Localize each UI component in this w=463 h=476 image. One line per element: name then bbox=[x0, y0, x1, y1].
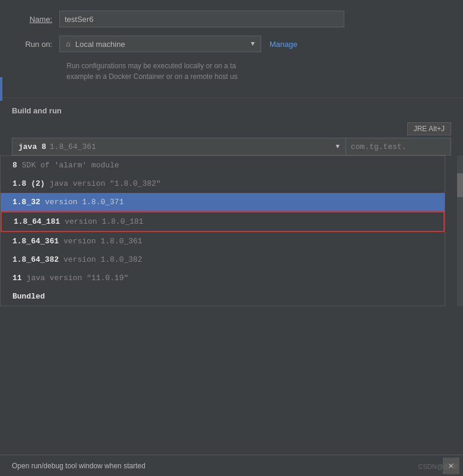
item-bold: Bundled bbox=[12, 292, 45, 301]
name-label: Name: bbox=[12, 15, 59, 24]
list-item[interactable]: 11 java version "11.0.19" bbox=[1, 269, 445, 287]
jre-button-row: JRE Alt+J bbox=[12, 122, 451, 135]
dropdown-list-container: 8 SDK of 'alarm' module 1.8 (2) java ver… bbox=[0, 156, 463, 306]
item-bold: 11 bbox=[12, 274, 22, 283]
jre-button[interactable]: JRE Alt+J bbox=[407, 122, 451, 135]
class-input[interactable] bbox=[346, 138, 451, 156]
divider bbox=[0, 97, 463, 98]
java-chevron-icon: ▼ bbox=[335, 143, 340, 150]
name-input[interactable] bbox=[59, 11, 344, 27]
build-run-section: Build and run JRE Alt+J java 8 1.8_64_36… bbox=[0, 106, 463, 156]
item-light: java version "11.0.19" bbox=[27, 274, 129, 283]
item-bold: 1.8 (2) bbox=[12, 179, 45, 188]
run-on-row: Run on: ⌂ Local machine ▼ Manage bbox=[12, 36, 451, 52]
description-line2: example in a Docker Container or on a re… bbox=[66, 72, 237, 81]
name-row: Name: bbox=[12, 11, 451, 27]
list-item-selected[interactable]: 1.8_32 version 1.8.0_371 bbox=[1, 193, 445, 211]
bottom-bar: Open run/debug tool window when started … bbox=[0, 455, 463, 476]
scrollbar-thumb[interactable] bbox=[457, 173, 463, 197]
manage-link[interactable]: Manage bbox=[269, 40, 297, 49]
chevron-down-icon: ▼ bbox=[250, 40, 255, 47]
java-version-light: 1.8_64_361 bbox=[50, 142, 96, 151]
description-line1: Run configurations may be executed local… bbox=[66, 62, 236, 70]
home-icon: ⌂ bbox=[66, 40, 71, 49]
run-on-value: Local machine bbox=[75, 40, 251, 49]
item-bold: 1.8_64_361 bbox=[12, 237, 59, 246]
list-item[interactable]: 1.8_64_361 version 1.8.0_361 bbox=[1, 232, 445, 250]
item-light: java version "1.8.0_382" bbox=[50, 179, 161, 188]
item-bold: 1.8_64_382 bbox=[12, 255, 59, 264]
list-item[interactable]: 8 SDK of 'alarm' module bbox=[1, 156, 445, 174]
java-row: java 8 1.8_64_361 ▼ bbox=[12, 138, 451, 156]
item-bold: 1.8_64_181 bbox=[14, 217, 60, 226]
scrollbar-track[interactable] bbox=[457, 156, 463, 306]
section-title: Build and run bbox=[12, 106, 451, 115]
run-on-dropdown[interactable]: ⌂ Local machine ▼ bbox=[59, 36, 261, 52]
item-light: version 1.8.0_361 bbox=[64, 237, 142, 246]
top-section: Name: Run on: ⌂ Local machine ▼ Manage R… bbox=[0, 0, 463, 89]
item-light: SDK of 'alarm' module bbox=[22, 161, 119, 170]
java-version-dropdown[interactable]: java 8 1.8_64_361 ▼ bbox=[12, 138, 346, 156]
item-light: version 1.8.0_371 bbox=[45, 198, 124, 207]
item-bold: 8 bbox=[12, 161, 17, 170]
list-item[interactable]: Bundled bbox=[1, 287, 445, 306]
item-light: version 1.8.0_181 bbox=[65, 217, 144, 226]
run-on-label: Run on: bbox=[12, 40, 59, 49]
list-item-highlighted[interactable]: 1.8_64_181 version 1.8.0_181 bbox=[1, 211, 445, 232]
item-light: version 1.8.0_382 bbox=[64, 255, 142, 264]
java-version-bold: java 8 bbox=[18, 142, 46, 151]
list-item[interactable]: 1.8_64_382 version 1.8.0_382 bbox=[1, 250, 445, 269]
main-container: Name: Run on: ⌂ Local machine ▼ Manage R… bbox=[0, 0, 463, 476]
dropdown-list: 8 SDK of 'alarm' module 1.8 (2) java ver… bbox=[0, 156, 445, 306]
item-bold: 1.8_32 bbox=[12, 198, 40, 207]
watermark: CSDN@图 南 bbox=[418, 462, 458, 471]
bottom-bar-text: Open run/debug tool window when started bbox=[12, 462, 443, 470]
list-item[interactable]: 1.8 (2) java version "1.8.0_382" bbox=[1, 174, 445, 193]
left-accent bbox=[0, 77, 2, 101]
description-text: Run configurations may be executed local… bbox=[66, 61, 451, 82]
